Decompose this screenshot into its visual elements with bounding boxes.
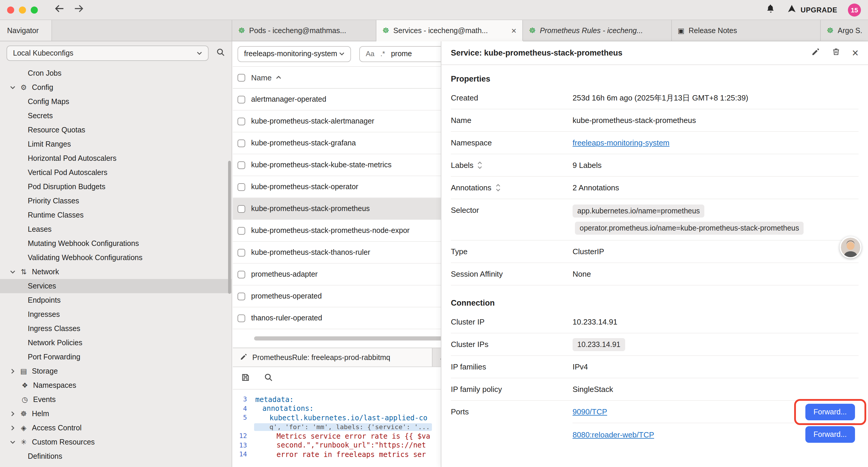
row-checkbox[interactable] [238, 183, 245, 191]
user-avatar[interactable] [840, 236, 862, 258]
namespace-select[interactable]: freeleaps-monitoring-system [238, 46, 351, 62]
sidebar-item-definitions[interactable]: Definitions [0, 449, 231, 463]
sidebar-item-mutating-webhook-configurations[interactable]: Mutating Webhook Configurations [0, 236, 231, 251]
property-row-cluster-ips: Cluster IPs 10.233.14.91 [451, 333, 859, 356]
delete-trash-icon[interactable] [832, 47, 840, 59]
sidebar-item-runtime-classes[interactable]: Runtime Classes [0, 208, 231, 222]
port-line-9090: 9090/TCP Forward... [572, 401, 855, 423]
namespace-link[interactable]: freeleaps-monitoring-system [572, 138, 670, 147]
property-row-namespace: Namespace freeleaps-monitoring-system [451, 132, 859, 154]
sidebar-item-limit-ranges[interactable]: Limit Ranges [0, 137, 231, 151]
sidebar-item-config[interactable]: ⚙Config [0, 80, 231, 95]
upgrade-button[interactable]: UPGRADE [787, 4, 837, 16]
selector-chip: app.kubernetes.io/name=prometheus [572, 205, 705, 217]
sidebar-item-resource-quotas[interactable]: Resource Quotas [0, 123, 231, 137]
row-checkbox[interactable] [238, 227, 245, 234]
row-checkbox[interactable] [238, 314, 245, 322]
sidebar-item-ingress-classes[interactable]: Ingress Classes [0, 322, 231, 336]
kubeconfig-bar: Local Kubeconfigs [0, 41, 231, 65]
chevron-down-icon [10, 86, 16, 89]
editor-tab-prometheusrule[interactable]: PrometheusRule: freeleaps-prod-rabbitmq [233, 348, 433, 367]
save-icon[interactable] [241, 373, 250, 384]
editor-search-icon[interactable] [264, 373, 273, 384]
sidebar-item-ingresses[interactable]: Ingresses [0, 308, 231, 322]
sidebar-search-icon[interactable] [216, 48, 225, 59]
row-checkbox[interactable] [238, 249, 245, 256]
sidebar-item-custom-resources[interactable]: ✳Custom Resources [0, 435, 231, 449]
tab-pods[interactable]: ☸ Pods - icecheng@mathmas... [232, 20, 376, 41]
sidebar-item-vertical-pod-autoscalers[interactable]: Vertical Pod Autoscalers [0, 166, 231, 180]
sidebar-item-cron-jobs[interactable]: Cron Jobs [0, 66, 231, 80]
chevron-down-icon [339, 52, 344, 56]
sidebar-item-network-policies[interactable]: Network Policies [0, 336, 231, 350]
sidebar-item-validating-webhook-configurations[interactable]: Validating Webhook Configurations [0, 251, 231, 265]
sidebar-item-leases[interactable]: Leases [0, 222, 231, 236]
tab-services[interactable]: ☸ Services - icecheng@math... × [376, 20, 523, 41]
property-row-session-affinity: Session Affinity None [451, 263, 859, 286]
zoom-window-button[interactable] [31, 6, 38, 13]
section-heading-connection: Connection [451, 298, 859, 308]
titlebar: UPGRADE 15 [0, 0, 868, 20]
tab-prometheus-rules[interactable]: ☸ Prometheus Rules - icecheng... [523, 20, 672, 41]
select-all-checkbox[interactable] [238, 74, 245, 81]
sidebar-scrollbar[interactable] [228, 161, 231, 294]
row-checkbox[interactable] [238, 95, 245, 103]
property-row-ip-families: IP families IPv4 [451, 356, 859, 378]
sidebar-item-port-forwarding[interactable]: Port Forwarding [0, 350, 231, 364]
sidebar-item-endpoints[interactable]: Endpoints [0, 293, 231, 308]
chevron-down-icon [10, 440, 16, 444]
close-icon[interactable]: × [852, 47, 859, 59]
close-window-button[interactable] [7, 6, 14, 13]
expand-updown-icon[interactable] [495, 184, 500, 192]
forward-port-button[interactable]: Forward... [805, 404, 855, 420]
sidebar-item-priority-classes[interactable]: Priority Classes [0, 194, 231, 208]
sidebar-item-helm[interactable]: ☸Helm [0, 407, 231, 421]
row-checkbox[interactable] [238, 117, 245, 125]
tab-release-notes[interactable]: ▣ Release Notes [672, 20, 821, 41]
shield-icon: ◈ [19, 424, 28, 432]
row-checkbox[interactable] [238, 205, 245, 212]
chevron-right-icon [11, 369, 14, 374]
row-checkbox[interactable] [238, 161, 245, 169]
property-row-labels: Labels 9 Labels [451, 154, 859, 177]
chevron-right-icon [11, 425, 14, 431]
notifications-bell-icon[interactable] [766, 4, 775, 16]
sidebar-item-storage[interactable]: ▤Storage [0, 364, 231, 378]
row-checkbox[interactable] [238, 139, 245, 147]
chevron-right-icon [11, 411, 14, 416]
forward-port-button[interactable]: Forward... [805, 426, 855, 443]
tab-argo[interactable]: ☸ Argo S... [821, 20, 868, 41]
upgrade-label: UPGRADE [801, 6, 837, 14]
back-button[interactable] [54, 4, 64, 16]
horizontal-scrollbar[interactable] [254, 337, 444, 341]
sidebar-item-namespaces[interactable]: ❖Namespaces [0, 378, 231, 392]
kubeconfig-select[interactable]: Local Kubeconfigs [6, 46, 209, 61]
kubernetes-icon: ☸ [382, 26, 389, 35]
sidebar-item-secrets[interactable]: Secrets [0, 109, 231, 123]
property-row-ip-family-policy: IP family policy SingleStack [451, 378, 859, 401]
property-row-selector: Selector app.kubernetes.io/name=promethe… [451, 199, 859, 241]
row-checkbox[interactable] [238, 292, 245, 300]
network-icon: ⇅ [19, 268, 28, 276]
port-link[interactable]: 9090/TCP [572, 407, 607, 416]
match-case-toggle[interactable]: Aa [366, 50, 374, 58]
port-link[interactable]: 8080:reloader-web/TCP [572, 430, 654, 439]
sidebar-item-config-maps[interactable]: Config Maps [0, 95, 231, 109]
forward-button[interactable] [74, 4, 84, 16]
notification-count-badge[interactable]: 15 [848, 3, 861, 16]
sidebar-item-network[interactable]: ⇅Network [0, 265, 231, 279]
tab-navigator[interactable]: Navigator [0, 20, 52, 41]
sidebar-item-services[interactable]: Services [0, 279, 231, 293]
sidebar-item-access-control[interactable]: ◈Access Control [0, 421, 231, 435]
sidebar-item-pod-disruption-budgets[interactable]: Pod Disruption Budgets [0, 180, 231, 194]
edit-pencil-icon[interactable] [811, 47, 820, 59]
regex-toggle[interactable]: .* [380, 50, 385, 58]
name-column-header[interactable]: Name [251, 73, 272, 82]
sidebar-item-horizontal-pod-autoscalers[interactable]: Horizontal Pod Autoscalers [0, 151, 231, 166]
row-checkbox[interactable] [238, 270, 245, 278]
minimize-window-button[interactable] [19, 6, 26, 13]
property-row-cluster-ip: Cluster IP 10.233.14.91 [451, 311, 859, 333]
tab-close-icon[interactable]: × [511, 26, 517, 35]
sidebar-item-events[interactable]: ◷Events [0, 392, 231, 407]
expand-updown-icon[interactable] [478, 162, 483, 169]
